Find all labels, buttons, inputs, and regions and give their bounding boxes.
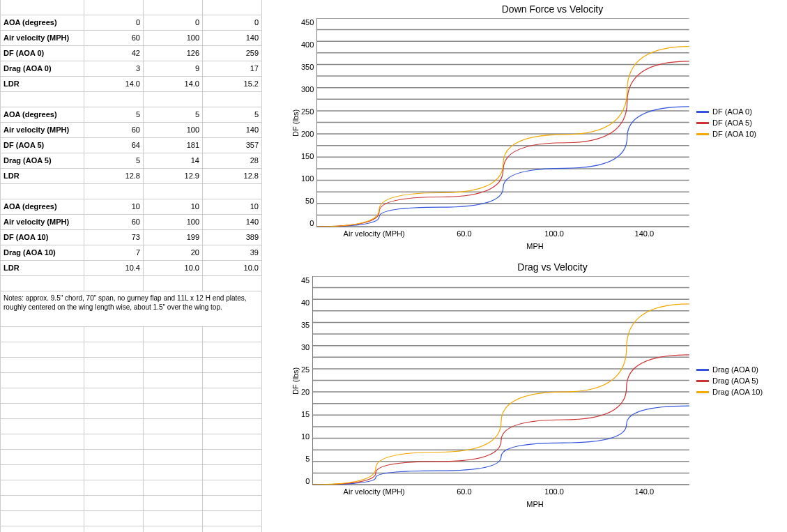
legend: Drag (AOA 0)Drag (AOA 5)Drag (AOA 10) <box>689 276 780 485</box>
data-cell: 39 <box>203 245 262 261</box>
data-cell: 60 <box>84 31 144 46</box>
data-cell: 10 <box>144 199 203 215</box>
legend-item: DF (AOA 10) <box>696 130 780 138</box>
data-cell: 10.0 <box>203 261 262 276</box>
y-tick: 350 <box>301 63 314 71</box>
legend-item: Drag (AOA 5) <box>696 377 780 385</box>
row-label: DF (AOA 10) <box>1 230 84 245</box>
x-tick: 60.0 <box>419 227 509 238</box>
chart-title: Drag vs Velocity <box>290 258 780 276</box>
data-cell: 140 <box>203 123 262 138</box>
legend-item: Drag (AOA 0) <box>696 365 780 374</box>
plot-area <box>312 276 689 485</box>
data-cell: 0 <box>203 15 262 31</box>
y-tick: 0 <box>305 477 310 485</box>
y-tick: 10 <box>301 432 310 441</box>
y-tick: 250 <box>301 107 314 116</box>
data-cell: 199 <box>144 230 203 245</box>
series-line <box>317 61 689 227</box>
legend: DF (AOA 0)DF (AOA 5)DF (AOA 10) <box>689 18 780 227</box>
data-cell: 15.2 <box>203 77 262 92</box>
data-cell: 28 <box>203 153 262 169</box>
y-axis-label: DF (lbs) <box>290 18 301 227</box>
data-cell: 0 <box>84 15 144 31</box>
data-cell: 100 <box>144 123 203 138</box>
x-tick: 140.0 <box>599 227 689 238</box>
y-tick: 45 <box>301 276 310 284</box>
legend-item: DF (AOA 0) <box>696 107 780 116</box>
data-cell: 10 <box>84 199 144 215</box>
x-tick: 140.0 <box>599 485 689 496</box>
y-tick: 25 <box>301 365 310 374</box>
data-cell: 17 <box>203 61 262 77</box>
data-cell: 140 <box>203 31 262 46</box>
data-cell: 7 <box>84 245 144 261</box>
row-label: Air velocity (MPH) <box>1 215 84 230</box>
data-cell: 12.9 <box>144 169 203 184</box>
data-cell: 60 <box>84 215 144 230</box>
data-cell: 5 <box>84 153 144 169</box>
legend-label: DF (AOA 0) <box>712 107 752 116</box>
x-tick: 100.0 <box>510 485 599 496</box>
legend-swatch <box>696 133 709 135</box>
legend-swatch <box>696 369 709 371</box>
row-label: LDR <box>1 261 84 276</box>
y-tick: 300 <box>301 85 314 93</box>
y-tick: 15 <box>301 410 310 418</box>
data-cell: 100 <box>144 31 203 46</box>
y-axis-label: DF (lbs) <box>290 276 301 485</box>
data-cell: 14 <box>144 153 203 169</box>
y-tick: 150 <box>301 152 314 160</box>
legend-swatch <box>696 380 709 382</box>
y-tick: 20 <box>301 388 310 396</box>
data-cell: 12.8 <box>84 169 144 184</box>
legend-label: Drag (AOA 0) <box>712 365 758 374</box>
data-cell: 64 <box>84 138 144 153</box>
legend-label: Drag (AOA 10) <box>712 388 763 396</box>
legend-label: DF (AOA 5) <box>712 119 752 127</box>
data-cell: 389 <box>203 230 262 245</box>
data-cell: 100 <box>144 215 203 230</box>
row-label: AOA (degrees) <box>1 15 84 31</box>
data-cell: 14.0 <box>144 77 203 92</box>
row-label: Air velocity (MPH) <box>1 123 84 138</box>
x-tick: 60.0 <box>419 485 509 496</box>
legend-label: DF (AOA 10) <box>712 130 756 138</box>
data-cell: 60 <box>84 123 144 138</box>
data-cell: 14.0 <box>84 77 144 92</box>
row-label: Drag (AOA 10) <box>1 245 84 261</box>
y-tick: 100 <box>301 174 314 183</box>
legend-swatch <box>696 111 709 113</box>
legend-label: Drag (AOA 5) <box>712 377 758 385</box>
x-tick: Air velocity (MPH) <box>329 227 419 238</box>
y-tick: 200 <box>301 130 314 138</box>
x-tick: Air velocity (MPH) <box>329 485 419 496</box>
data-cell: 259 <box>203 46 262 61</box>
x-axis-label: MPH <box>290 238 780 250</box>
data-cell: 9 <box>144 61 203 77</box>
data-cell: 5 <box>84 107 144 123</box>
data-cell: 5 <box>203 107 262 123</box>
legend-item: DF (AOA 5) <box>696 119 780 127</box>
plot-area <box>316 18 689 227</box>
legend-swatch <box>696 391 709 393</box>
row-label: AOA (degrees) <box>1 199 84 215</box>
legend-swatch <box>696 122 709 124</box>
y-tick: 0 <box>310 219 314 227</box>
legend-item: Drag (AOA 10) <box>696 388 780 396</box>
chart-area: Down Force vs VelocityDF (lbs)4504003503… <box>262 0 787 532</box>
chart-title: Down Force vs Velocity <box>290 0 780 18</box>
data-cell: 5 <box>144 107 203 123</box>
data-cell: 126 <box>144 46 203 61</box>
series-line <box>317 47 689 227</box>
y-tick: 400 <box>301 40 314 49</box>
data-cell: 140 <box>203 215 262 230</box>
data-cell: 10.4 <box>84 261 144 276</box>
row-label: Drag (AOA 5) <box>1 153 84 169</box>
data-cell: 42 <box>84 46 144 61</box>
y-tick: 450 <box>301 18 314 26</box>
row-label: LDR <box>1 169 84 184</box>
y-tick: 50 <box>305 197 314 205</box>
row-label: DF (AOA 5) <box>1 138 84 153</box>
y-tick: 5 <box>305 455 310 463</box>
